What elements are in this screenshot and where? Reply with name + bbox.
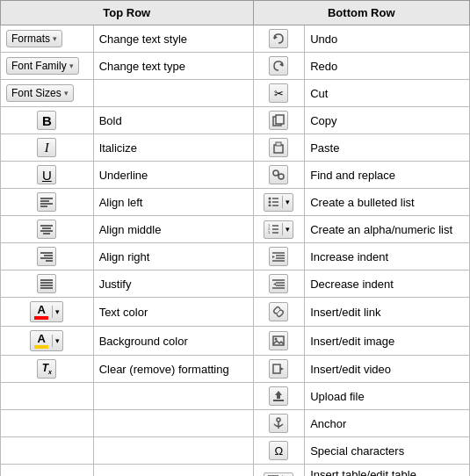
bullet-list-button[interactable]: ▾ <box>264 193 293 212</box>
top-icon-cell[interactable]: A▾ <box>1 298 94 327</box>
anchor-button[interactable] <box>269 414 288 433</box>
bot-label-cell: Anchor <box>305 410 470 437</box>
svg-marker-37 <box>272 256 275 258</box>
bot-label-cell: Find and replace <box>305 162 470 189</box>
top-icon-cell[interactable] <box>1 216 94 243</box>
table-row: BBoldCopy <box>1 107 470 134</box>
top-label-cell: Align middle <box>93 216 253 243</box>
insert-table-button[interactable]: ▾ <box>264 472 293 477</box>
font-family-button[interactable]: Font Family▾ <box>6 57 79 75</box>
bot-icon-cell[interactable] <box>253 410 305 437</box>
bot-icon-cell[interactable]: ▾ <box>253 465 305 477</box>
justify-button[interactable] <box>37 274 56 293</box>
bot-icon-cell[interactable]: ▾ <box>253 189 305 216</box>
cut-button[interactable]: ✂ <box>269 83 288 103</box>
bot-label-cell: Cut <box>305 80 470 107</box>
table-row: TxClear (remove) formattingInsert/edit v… <box>1 356 470 383</box>
bold-button[interactable]: B <box>37 111 56 130</box>
top-label-cell: Justify <box>93 270 253 298</box>
bot-icon-cell[interactable]: ✂ <box>253 80 305 107</box>
top-label-cell: Change text style <box>93 25 253 53</box>
align-center-button[interactable] <box>37 220 56 239</box>
svg-point-15 <box>269 200 271 203</box>
underline-button[interactable]: U <box>37 165 56 184</box>
bot-icon-cell[interactable] <box>253 298 305 327</box>
clear-format-button[interactable]: Tx <box>37 359 56 379</box>
insert-video-button[interactable] <box>269 359 288 379</box>
bot-label-cell: Create an alpha/numeric list <box>305 216 470 243</box>
bg-color-button[interactable]: A▾ <box>30 330 63 351</box>
bot-label-cell: Insert/edit image <box>305 327 470 356</box>
top-icon-cell[interactable] <box>1 189 94 216</box>
bot-icon-cell[interactable] <box>253 25 305 53</box>
top-label-cell: Change text type <box>93 53 253 80</box>
top-icon-cell[interactable] <box>1 243 94 270</box>
svg-rect-53 <box>273 400 284 401</box>
bottom-row-header: Bottom Row <box>253 1 469 25</box>
table-row: UUnderlineFind and replace <box>1 162 470 189</box>
align-left-button[interactable] <box>37 192 56 212</box>
table-row: Align middle1.2.3.▾Create an alpha/numer… <box>1 216 470 243</box>
find-replace-button[interactable] <box>269 165 288 184</box>
svg-marker-51 <box>280 367 284 371</box>
top-icon-cell[interactable]: B <box>1 107 94 134</box>
bot-icon-cell[interactable] <box>253 270 305 298</box>
top-icon-cell[interactable]: Formats▾ <box>1 25 94 53</box>
top-icon-cell[interactable]: Tx <box>1 356 94 383</box>
special-chars-button[interactable]: Ω <box>269 441 288 460</box>
top-icon-cell[interactable]: I <box>1 134 94 162</box>
svg-rect-3 <box>276 115 284 124</box>
bot-icon-cell[interactable] <box>253 107 305 134</box>
table-row: ΩSpecial characters <box>1 437 470 465</box>
paste-button[interactable] <box>269 138 288 157</box>
redo-button[interactable] <box>269 56 288 76</box>
svg-rect-48 <box>273 336 284 345</box>
bot-icon-cell[interactable]: Ω <box>253 437 305 465</box>
top-row-header: Top Row <box>1 1 254 25</box>
top-icon-cell[interactable] <box>1 270 94 298</box>
top-icon-cell <box>1 465 94 477</box>
bot-icon-cell[interactable] <box>253 383 305 410</box>
text-color-button[interactable]: A▾ <box>30 301 63 322</box>
table-row: IItalicizePaste <box>1 134 470 162</box>
bot-icon-cell[interactable] <box>253 162 305 189</box>
bot-label-cell: Insert/edit link <box>305 298 470 327</box>
bot-icon-cell[interactable] <box>253 327 305 356</box>
bot-icon-cell[interactable] <box>253 356 305 383</box>
bot-icon-cell[interactable] <box>253 134 305 162</box>
top-label-cell: Align right <box>93 243 253 270</box>
top-icon-cell[interactable]: A▾ <box>1 327 94 356</box>
formats-button[interactable]: Formats▾ <box>6 30 62 47</box>
table-row: Anchor <box>1 410 470 437</box>
insert-link-button[interactable] <box>269 302 288 321</box>
undo-button[interactable] <box>269 29 288 48</box>
bot-icon-cell[interactable] <box>253 243 305 270</box>
insert-image-button[interactable] <box>269 331 288 350</box>
align-right-button[interactable] <box>37 247 56 266</box>
top-label-cell: Align left <box>93 189 253 216</box>
top-label-cell: Clear (remove) formatting <box>93 356 253 383</box>
svg-point-13 <box>269 197 271 199</box>
top-icon-cell[interactable]: U <box>1 162 94 189</box>
bot-label-cell: Decrease indent <box>305 270 470 298</box>
bot-label-cell: Undo <box>305 25 470 53</box>
top-label-cell <box>93 383 253 410</box>
italic-button[interactable]: I <box>37 138 56 157</box>
bot-icon-cell[interactable] <box>253 53 305 80</box>
top-icon-cell[interactable]: Font Sizes▾ <box>1 80 94 107</box>
bot-label-cell: Increase indent <box>305 243 470 270</box>
font-sizes-button[interactable]: Font Sizes▾ <box>6 84 74 102</box>
bot-icon-cell[interactable]: 1.2.3.▾ <box>253 216 305 243</box>
indent-decrease-button[interactable] <box>269 274 288 293</box>
bot-label-cell: Redo <box>305 53 470 80</box>
top-label-cell: Underline <box>93 162 253 189</box>
alpha-list-button[interactable]: 1.2.3.▾ <box>264 220 293 239</box>
top-label-cell: Background color <box>93 327 253 356</box>
top-icon-cell[interactable]: Font Family▾ <box>1 53 94 80</box>
svg-marker-0 <box>274 35 278 40</box>
top-label-cell <box>93 465 253 477</box>
upload-file-button[interactable] <box>269 386 288 406</box>
top-icon-cell <box>1 410 94 437</box>
copy-button[interactable] <box>269 111 288 130</box>
indent-increase-button[interactable] <box>269 247 288 266</box>
